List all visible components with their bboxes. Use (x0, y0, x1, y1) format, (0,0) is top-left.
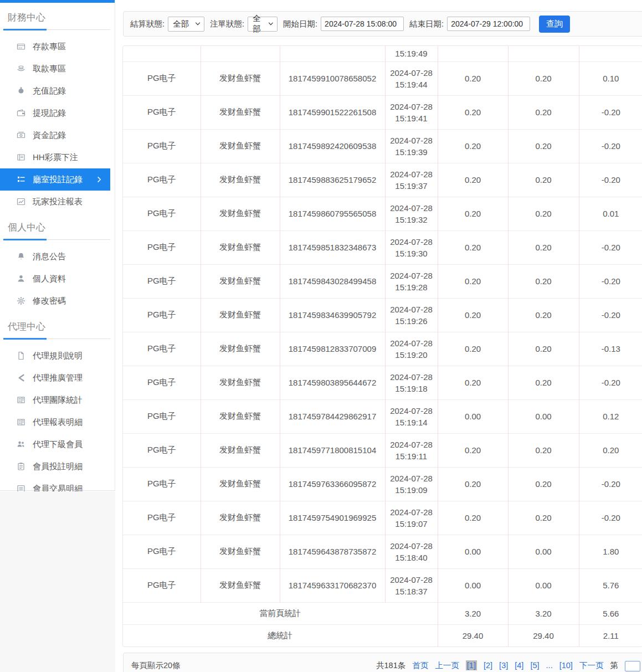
page-link-3[interactable]: [3] (499, 661, 508, 670)
table-row: PG电子 发财鱼虾蟹 1817459812833707009 2024-07-2… (123, 332, 642, 366)
sidebar-item-member-bet-details[interactable]: 會員投註明細 (0, 455, 115, 478)
table-row: PG电子 发财鱼虾蟹 1817459763366095872 2024-07-2… (123, 467, 642, 501)
settle-status-select[interactable]: 全部 (168, 17, 204, 32)
order-status-label: 注單狀態: (210, 19, 244, 29)
sidebar-item-label: 資金記錄 (33, 130, 66, 141)
cell-win-loss: 0.20 (579, 433, 642, 467)
sidebar-item-label: 代理下級會員 (33, 439, 83, 450)
cell-game: 发财鱼虾蟹 (201, 129, 280, 163)
page-link-10[interactable]: [10] (559, 661, 573, 670)
cell-bet-amount: 0.20 (438, 95, 508, 129)
total-count-text: 共181条 (376, 661, 405, 670)
cell-time: 2024-07-2815:18:37 (385, 568, 438, 602)
cell-win-loss: -0.20 (579, 366, 642, 399)
sidebar-item-agent-team-stats[interactable]: 代理團隊統計 (0, 389, 115, 411)
cell-game: 发财鱼虾蟹 (201, 501, 280, 535)
cell-order-number: 1817459851832348673 (280, 230, 385, 264)
cell-game: 发财鱼虾蟹 (201, 264, 280, 298)
table-row: PG电子 发财鱼虾蟹 1817459784429862917 2024-07-2… (123, 399, 642, 433)
sidebar-item-player-bet-report[interactable]: 玩家投注報表 (0, 191, 115, 213)
lottery-bet-icon (17, 153, 25, 162)
page-link-2[interactable]: [2] (484, 661, 492, 670)
cell-win-loss: -0.13 (579, 332, 642, 366)
pagination: 共181条 首页 上一页 [1] [2] [3] [4] [5] ... [10… (376, 660, 642, 671)
cell-win-loss: -0.20 (579, 298, 642, 332)
sidebar-item-hh-lottery-bet[interactable]: HH彩票下注 (0, 146, 115, 168)
summary-win-loss: 2.11 (579, 624, 642, 647)
cell-valid-bet: 0.20 (508, 433, 579, 467)
sidebar-item-label: 個人資料 (33, 274, 66, 284)
summary-label: 總統計 (123, 624, 438, 647)
sidebar-item-agent-sub-members[interactable]: 代理下級會員 (0, 433, 115, 455)
cell-win-loss: -0.20 (579, 264, 642, 298)
cell-platform: PG电子 (123, 332, 201, 366)
chevron-down-icon (195, 21, 201, 27)
cell-bet-amount: 0.20 (438, 129, 508, 163)
pagination-bar: 每頁顯示20條 共181条 首页 上一页 [1] [2] [3] [4] [5]… (123, 653, 642, 672)
sidebar-background-extension (0, 491, 115, 672)
cell-game: 发财鱼虾蟹 (201, 61, 280, 95)
cell-platform: PG电子 (123, 264, 201, 298)
cell-time: 2024-07-2815:19:26 (385, 298, 438, 332)
cell-bet-amount: 0.20 (438, 433, 508, 467)
section-divider (3, 29, 110, 30)
sidebar-item-withdraw[interactable]: 取款專區 (0, 58, 115, 80)
cell-valid-bet: 0.20 (508, 197, 579, 230)
page-link-1[interactable]: [1] (466, 660, 477, 670)
cell-order-number (280, 46, 385, 61)
table-row: PG电子 发财鱼虾蟹 1817459910078658052 2024-07-2… (123, 61, 642, 95)
sidebar-item-fund-records[interactable]: 資金記錄 (0, 124, 115, 146)
table-row: PG电子 发财鱼虾蟹 1817459892420609538 2024-07-2… (123, 129, 642, 163)
cell-valid-bet: 0.20 (508, 501, 579, 535)
hall-bet-record-icon (17, 175, 25, 184)
sidebar-item-recharge-records[interactable]: 充值記錄 (0, 80, 115, 102)
settle-status-label: 結算狀態: (130, 19, 165, 29)
sidebar-item-agent-promotion[interactable]: 代理推廣管理 (0, 367, 115, 389)
order-status-select[interactable]: 全部 (248, 17, 278, 32)
cell-valid-bet: 0.20 (508, 298, 579, 332)
cell-order-number: 1817459763366095872 (280, 467, 385, 501)
sidebar-item-agent-report-details[interactable]: 代理報表明細 (0, 411, 115, 433)
cell-platform: PG电子 (123, 163, 201, 197)
sidebar-item-notices[interactable]: 消息公告 (0, 245, 115, 268)
start-date-input[interactable] (321, 17, 404, 31)
table-row: PG电子 发财鱼虾蟹 1817459803895644672 2024-07-2… (123, 366, 642, 399)
cell-platform: PG电子 (123, 61, 201, 95)
cell-win-loss (579, 46, 642, 61)
sidebar-item-withdrawal-records[interactable]: 提現記錄 (0, 102, 115, 124)
table-row: PG电子 发财鱼虾蟹 1817459754901969925 2024-07-2… (123, 501, 642, 535)
search-button[interactable]: 查詢 (539, 16, 570, 33)
filter-bar: 結算狀態: 全部 注單狀態: 全部 開始日期: 結束日期: 查詢 (123, 11, 642, 37)
page-link-4[interactable]: [4] (515, 661, 523, 670)
table-row: PG电子 发财鱼虾蟹 1817459860795565058 2024-07-2… (123, 197, 642, 230)
jump-page-input[interactable] (625, 661, 640, 671)
cell-valid-bet: 0.20 (508, 163, 579, 197)
prev-page-link[interactable]: 上一页 (435, 661, 459, 670)
sidebar-item-hall-bet-records[interactable]: 廳室投註記錄 (0, 168, 110, 191)
end-date-label: 結束日期: (409, 19, 444, 29)
cell-time: 2024-07-2815:19:41 (385, 95, 438, 129)
table-row-partial: 15:19:49 (123, 46, 642, 61)
cell-order-number: 1817459883625179652 (280, 163, 385, 197)
sidebar-item-agent-rules[interactable]: 代理規則說明 (0, 345, 115, 367)
sidebar-item-label: 存款專區 (33, 42, 66, 52)
cell-bet-amount: 0.20 (438, 264, 508, 298)
people-icon (17, 440, 25, 449)
end-date-input[interactable] (447, 17, 530, 31)
sidebar-item-deposit[interactable]: 存款專區 (0, 35, 115, 58)
page-link-5[interactable]: [5] (530, 661, 539, 670)
summary-bet-amount: 3.20 (438, 602, 508, 624)
cell-order-number: 1817459860795565058 (280, 197, 385, 230)
sidebar-item-profile[interactable]: 個人資料 (0, 268, 115, 290)
newspaper-icon (17, 396, 25, 404)
sidebar-item-change-password[interactable]: 修改密碼 (0, 290, 115, 312)
cell-game: 发财鱼虾蟹 (201, 95, 280, 129)
first-page-link[interactable]: 首页 (412, 661, 428, 670)
cell-game: 发财鱼虾蟹 (201, 298, 280, 332)
next-page-link[interactable]: 下一页 (579, 661, 604, 670)
cell-valid-bet (508, 46, 579, 61)
cell-win-loss: 1.80 (579, 535, 642, 568)
player-report-icon (17, 197, 25, 206)
cell-game: 发财鱼虾蟹 (201, 568, 280, 602)
start-date-label: 開始日期: (283, 19, 317, 29)
